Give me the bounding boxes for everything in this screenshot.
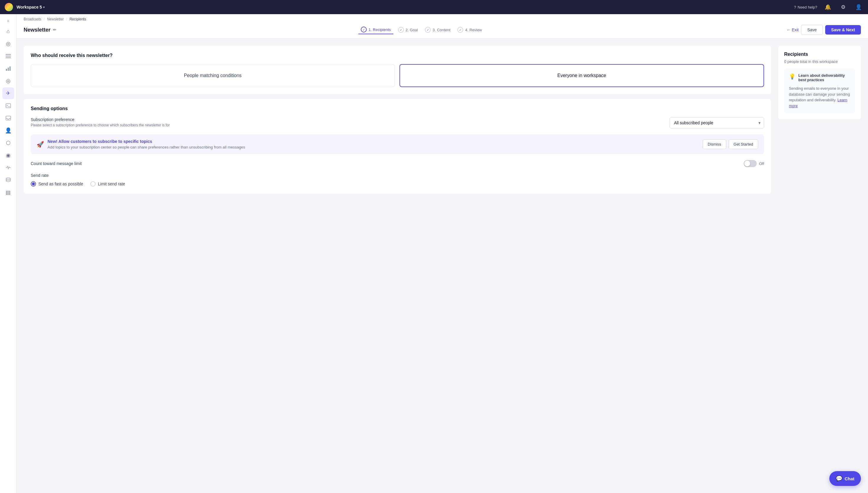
option-send-fast[interactable]: Send as fast as possible	[31, 181, 83, 187]
page-header: Broadcasts / Newsletter / Recipients New…	[17, 14, 868, 39]
promo-description: Add topics to your subscription center s…	[47, 145, 699, 149]
sidebar-item-people[interactable]: 👤	[2, 125, 14, 136]
option-limit-rate[interactable]: Limit send rate	[90, 181, 125, 187]
option-everyone[interactable]: Everyone in workspace	[399, 64, 764, 87]
save-button[interactable]: Save	[801, 25, 823, 35]
breadcrumb-broadcasts[interactable]: Broadcasts	[24, 17, 41, 21]
subscription-hint: Please select a subscription preference …	[31, 123, 665, 127]
toggle-row: Count toward message limit Off	[31, 160, 764, 167]
svg-rect-6	[6, 104, 10, 108]
exit-label: Exit	[792, 27, 799, 32]
chat-button-label: Chat	[845, 476, 854, 481]
notifications-button[interactable]: 🔔	[823, 2, 832, 12]
step-recipients[interactable]: ✓ 1. Recipients	[359, 25, 393, 34]
svg-point-8	[6, 178, 10, 179]
dismiss-button[interactable]: Dismiss	[703, 140, 726, 149]
step-review[interactable]: ✓ 4. Review	[455, 26, 484, 34]
recipient-options: People matching conditions Everyone in w…	[31, 64, 764, 87]
step-list: ✓ 1. Recipients ✓ 2. Goal ✓ 3. Content ✓…	[359, 25, 484, 34]
get-started-button[interactable]: Get Started	[729, 140, 758, 149]
subscription-select-wrapper: All subscribed people Specific topics on…	[670, 117, 764, 128]
option-limit-rate-label: Limit send rate	[98, 181, 125, 186]
svg-rect-1	[6, 56, 11, 57]
send-rate-section: Send rate Send as fast as possible Limit…	[31, 173, 764, 187]
subscription-row: Subscription preference Please select a …	[31, 117, 764, 128]
message-limit-toggle[interactable]	[744, 160, 757, 167]
toggle-value: Off	[759, 162, 764, 166]
breadcrumb: Broadcasts / Newsletter / Recipients	[24, 14, 861, 21]
recipients-card: Recipients 0 people total in this worksp…	[778, 46, 861, 119]
svg-rect-0	[6, 54, 11, 55]
workspace-name: Workspace 5	[17, 5, 42, 9]
who-question: Who should receive this newsletter?	[31, 53, 764, 58]
option-everyone-label: Everyone in workspace	[558, 73, 606, 78]
step-goal[interactable]: ✓ 2. Goal	[396, 26, 420, 34]
step-2-check: ✓	[398, 27, 404, 33]
save-next-button[interactable]: Save & Next	[825, 25, 861, 35]
svg-rect-5	[9, 66, 10, 71]
step-1-label: 1. Recipients	[368, 27, 391, 32]
get-started-label: Get Started	[734, 142, 753, 146]
svg-rect-3	[6, 69, 7, 71]
top-navigation: Workspace 5 ▾ ? Need help? 🔔 ⚙ 👤	[0, 0, 868, 14]
sidebar-expand-button[interactable]: »	[2, 17, 14, 25]
sidebar-item-analytics[interactable]	[2, 63, 14, 74]
subscription-select[interactable]: All subscribed people Specific topics on…	[670, 117, 764, 128]
option-people-matching-label: People matching conditions	[184, 73, 242, 78]
toggle-label: Count toward message limit	[31, 161, 82, 166]
send-rate-title: Send rate	[31, 173, 764, 178]
page-title-group: Newsletter ✏	[24, 27, 57, 33]
promo-actions: Dismiss Get Started	[703, 140, 758, 149]
sidebar-item-inbox[interactable]	[2, 112, 14, 124]
help-circle-icon: ?	[794, 5, 796, 9]
step-3-label: 3. Content	[433, 28, 450, 32]
workspace-selector[interactable]: Workspace 5 ▾	[17, 5, 45, 9]
sidebar-item-database[interactable]	[2, 174, 14, 186]
chat-button[interactable]: 💬 Chat	[829, 471, 861, 486]
lightbulb-icon: 💡	[789, 73, 795, 82]
sending-options-title: Sending options	[31, 106, 764, 111]
breadcrumb-newsletter[interactable]: Newsletter	[47, 17, 64, 21]
step-nav-actions: ← Exit Save Save & Next	[786, 25, 861, 35]
sidebar-item-layers[interactable]	[2, 50, 14, 62]
workspace-chevron: ▾	[43, 6, 45, 9]
promo-banner: 🚀 New! Allow customers to subscribe to s…	[31, 134, 764, 154]
promo-title: New! Allow customers to subscribe to spe…	[47, 139, 699, 144]
help-link[interactable]: ? Need help?	[794, 5, 817, 9]
settings-button[interactable]: ⚙	[839, 2, 848, 12]
sidebar-item-terminal[interactable]	[2, 100, 14, 112]
svg-rect-7	[6, 116, 10, 120]
step-navigation: Newsletter ✏ ✓ 1. Recipients ✓ 2. Goal ✓…	[24, 21, 861, 38]
chat-icon: 💬	[836, 475, 842, 482]
toggle-wrapper: Off	[744, 160, 764, 167]
sidebar-item-home[interactable]: ⌂	[2, 25, 14, 37]
page-body: Who should receive this newsletter? Peop…	[17, 39, 868, 206]
step-1-check: ✓	[361, 26, 367, 33]
option-people-matching[interactable]: People matching conditions	[31, 64, 395, 87]
step-3-check: ✓	[425, 27, 431, 33]
sidebar-item-objects[interactable]: ⬡	[2, 137, 14, 149]
sidebar-item-broadcasts[interactable]: ✈	[2, 87, 14, 99]
radio-send-fast	[31, 181, 36, 187]
account-button[interactable]: 👤	[854, 2, 863, 12]
main-content: Broadcasts / Newsletter / Recipients New…	[17, 14, 868, 493]
send-rate-options: Send as fast as possible Limit send rate	[31, 181, 764, 187]
sending-options-section: Sending options Subscription preference …	[24, 99, 771, 194]
main-panel: Who should receive this newsletter? Peop…	[24, 46, 771, 198]
edit-title-icon[interactable]: ✏	[53, 27, 57, 32]
recipients-section: Who should receive this newsletter? Peop…	[24, 46, 771, 94]
sidebar-item-campaigns[interactable]: ◎	[2, 75, 14, 87]
sidebar-item-activity[interactable]	[2, 162, 14, 174]
step-2-label: 2. Goal	[406, 28, 418, 32]
dismiss-label: Dismiss	[708, 142, 721, 146]
toggle-knob	[744, 160, 750, 167]
radio-limit-rate	[90, 181, 96, 187]
exit-button[interactable]: ← Exit	[786, 27, 799, 32]
sidebar-item-contacts[interactable]: ◉	[2, 149, 14, 161]
svg-rect-4	[8, 68, 9, 71]
sidebar-item-table[interactable]: ▤	[2, 187, 14, 198]
sidebar-item-target[interactable]: ◎	[2, 38, 14, 49]
svg-rect-2	[6, 58, 11, 59]
promo-content: New! Allow customers to subscribe to spe…	[47, 139, 699, 149]
step-content[interactable]: ✓ 3. Content	[422, 26, 453, 34]
